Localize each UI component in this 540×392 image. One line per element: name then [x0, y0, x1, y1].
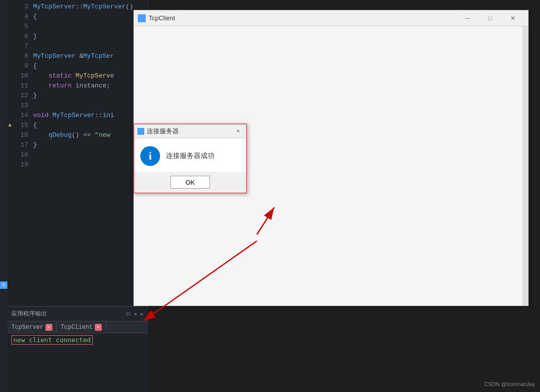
output-text: new client connected	[11, 335, 93, 345]
tab-tcpserver-label: TcpServer	[11, 324, 43, 331]
dialog-titlebar: 连接服务器 ✕	[134, 124, 246, 138]
line-num-16: 16	[7, 130, 33, 140]
line-num-5: 5	[7, 22, 33, 32]
code-line-14: void MyTcpServer::ini	[33, 111, 148, 120]
code-line-5	[33, 22, 148, 32]
panel-controls[interactable]: ⊡ ◂ ▸	[126, 310, 144, 318]
line-num-7: 7	[7, 41, 33, 51]
line-num-12: 12	[7, 91, 33, 101]
watermark: CSDN @IronmanJay	[484, 381, 535, 387]
info-icon: i	[140, 146, 160, 166]
line-num-3: 3	[7, 2, 33, 12]
window-controls[interactable]: ─ □ ✕	[456, 10, 524, 26]
code-line-7	[33, 41, 148, 51]
panel-pin-icon[interactable]: ⊡	[126, 310, 130, 318]
code-line-12: }	[33, 91, 148, 101]
tab-tcpserver-close[interactable]: ✕	[45, 324, 52, 331]
code-lines: MyTcpServer::MyTcpServer() { } MyTcpServ…	[33, 0, 148, 306]
connection-dialog: 连接服务器 ✕ i 连接服务器成功 OK	[133, 123, 247, 194]
window-title: TcpClient	[149, 14, 456, 22]
line-num-19: 19	[7, 160, 33, 170]
code-line-3: MyTcpServer::MyTcpServer()	[33, 2, 148, 12]
dialog-message: 连接服务器成功	[166, 152, 214, 160]
line-num-15: 15	[7, 120, 33, 130]
line-num-13: 13	[7, 101, 33, 111]
minimize-button[interactable]: ─	[456, 10, 479, 26]
code-line-9: {	[33, 61, 148, 71]
code-line-18	[33, 150, 148, 160]
tab-tcpclient-label: TcpClient	[61, 324, 93, 331]
window-app-icon	[138, 14, 146, 22]
line-num-9: 9	[7, 61, 33, 71]
maximize-button[interactable]: □	[479, 10, 501, 26]
dialog-body: i 连接服务器成功	[134, 138, 246, 172]
code-line-10: static MyTcpServe	[33, 71, 148, 81]
dialog-title: 连接服务器	[147, 127, 233, 136]
panel-title: 应用程序输出	[11, 310, 47, 318]
output-content: new client connected	[7, 333, 148, 347]
bottom-panel: 应用程序输出 ⊡ ◂ ▸ TcpServer ✕ TcpClient ✕ new…	[7, 306, 148, 392]
line-num-14: 14	[7, 111, 33, 120]
window-scrollbar[interactable]	[522, 26, 528, 306]
code-line-6: }	[33, 32, 148, 41]
close-button[interactable]: ✕	[501, 10, 524, 26]
line-num-4: 4	[7, 12, 33, 22]
tab-tcpclient-close[interactable]: ✕	[95, 324, 102, 331]
mini-sidebar: ☰	[0, 0, 7, 392]
code-line-17: }	[33, 140, 148, 150]
line-num-8: 8	[7, 51, 33, 61]
window-titlebar: TcpClient ─ □ ✕	[134, 10, 528, 26]
panel-tabs: TcpServer ✕ TcpClient ✕	[7, 321, 148, 333]
line-num-17: 17	[7, 140, 33, 150]
code-line-13	[33, 101, 148, 111]
tab-tcpserver[interactable]: TcpServer ✕	[7, 321, 57, 333]
sidebar-icon: ☰	[0, 281, 7, 289]
panel-header: 应用程序输出 ⊡ ◂ ▸	[7, 307, 148, 321]
dialog-close-button[interactable]: ✕	[233, 126, 243, 136]
line-num-18: 18	[7, 150, 33, 160]
panel-nav-left-icon[interactable]: ◂	[133, 310, 137, 318]
code-line-15: {	[33, 120, 148, 130]
code-line-11: return instance;	[33, 81, 148, 91]
tab-tcpclient[interactable]: TcpClient ✕	[57, 321, 106, 333]
code-line-8: MyTcpServer &MyTcpSer	[33, 51, 148, 61]
dialog-app-icon	[137, 128, 144, 135]
panel-nav-right-icon[interactable]: ▸	[140, 310, 144, 318]
code-line-4: {	[33, 12, 148, 22]
line-num-10: 10	[7, 71, 33, 81]
line-numbers: 3 4 5 6 7 8 9 10 11 12 13 14 15 16 17 18…	[7, 0, 33, 306]
code-line-16: qDebug() << "new	[33, 130, 148, 140]
dialog-footer: OK	[134, 172, 246, 193]
code-editor: 3 4 5 6 7 8 9 10 11 12 13 14 15 16 17 18…	[7, 0, 148, 306]
line-num-6: 6	[7, 32, 33, 41]
ok-button[interactable]: OK	[170, 176, 210, 189]
line-num-11: 11	[7, 81, 33, 91]
